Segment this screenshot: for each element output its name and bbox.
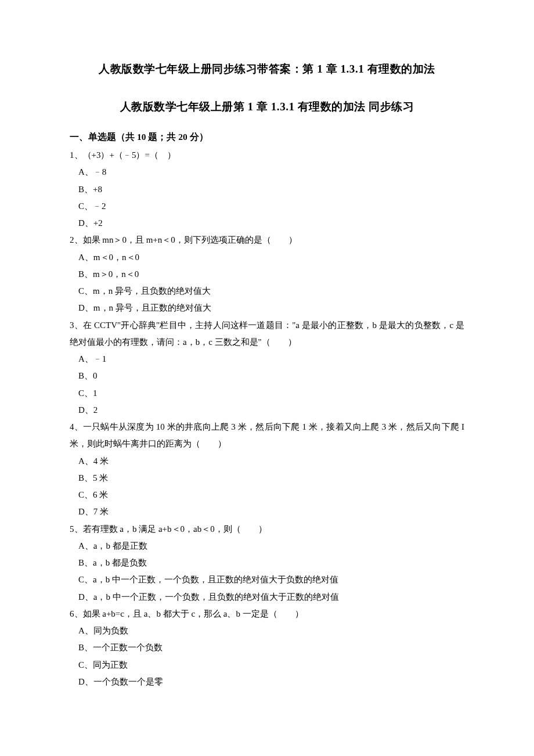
q1-option-d: D、+2: [70, 215, 464, 232]
document-page: 人教版数学七年级上册同步练习带答案：第 1 章 1.3.1 有理数的加法 人教版…: [0, 0, 534, 725]
q6-option-b: B、一个正数一个负数: [70, 639, 464, 656]
q3-option-d: D、2: [70, 402, 464, 419]
q4-option-a: A、4 米: [70, 453, 464, 470]
q6-stem: 6、如果 a+b=c，且 a、b 都大于 c，那么 a、b 一定是（ ）: [70, 606, 464, 622]
worksheet-title: 人教版数学七年级上册同步练习带答案：第 1 章 1.3.1 有理数的加法: [70, 58, 464, 80]
q4-option-c: C、6 米: [70, 487, 464, 503]
q3-option-b: B、0: [70, 368, 464, 384]
q6-option-a: A、同为负数: [70, 622, 464, 639]
q6-option-d: D、一个负数一个是零: [70, 674, 464, 690]
q5-option-a: A、a，b 都是正数: [70, 538, 464, 555]
section-1-header: 一、单选题（共 10 题；共 20 分）: [70, 128, 464, 146]
q4-stem: 4、一只蜗牛从深度为 10 米的井底向上爬 3 米，然后向下爬 1 米，接着又向…: [70, 419, 464, 453]
q2-option-c: C、m，n 异号，且负数的绝对值大: [70, 283, 464, 300]
q5-stem: 5、若有理数 a，b 满足 a+b＜0，ab＜0，则（ ）: [70, 521, 464, 538]
q2-option-a: A、m＜0，n＜0: [70, 249, 464, 266]
worksheet-subtitle: 人教版数学七年级上册第 1 章 1.3.1 有理数的加法 同步练习: [70, 96, 464, 117]
q4-option-b: B、5 米: [70, 470, 464, 487]
q1-option-a: A、﹣8: [70, 164, 464, 181]
q5-option-c: C、a，b 中一个正数，一个负数，且正数的绝对值大于负数的绝对值: [70, 571, 464, 588]
q1-stem: 1、（+3）+（﹣5）=（ ）: [70, 147, 464, 164]
q1-option-c: C、﹣2: [70, 198, 464, 215]
q5-option-b: B、a，b 都是负数: [70, 555, 464, 571]
q2-option-d: D、m，n 异号，且正数的绝对值大: [70, 300, 464, 316]
q2-stem: 2、如果 mn＞0，且 m+n＜0，则下列选项正确的是（ ）: [70, 232, 464, 249]
q2-option-b: B、m＞0，n＜0: [70, 266, 464, 283]
q5-option-d: D、a，b 中一个正数，一个负数，且负数的绝对值大于正数的绝对值: [70, 589, 464, 606]
q3-option-a: A、﹣1: [70, 351, 464, 368]
q1-option-b: B、+8: [70, 181, 464, 198]
q3-option-c: C、1: [70, 385, 464, 402]
q3-stem: 3、在 CCTV"开心辞典"栏目中，主持人问这样一道题目："a 是最小的正整数，…: [70, 317, 464, 351]
q6-option-c: C、同为正数: [70, 657, 464, 674]
q4-option-d: D、7 米: [70, 503, 464, 520]
